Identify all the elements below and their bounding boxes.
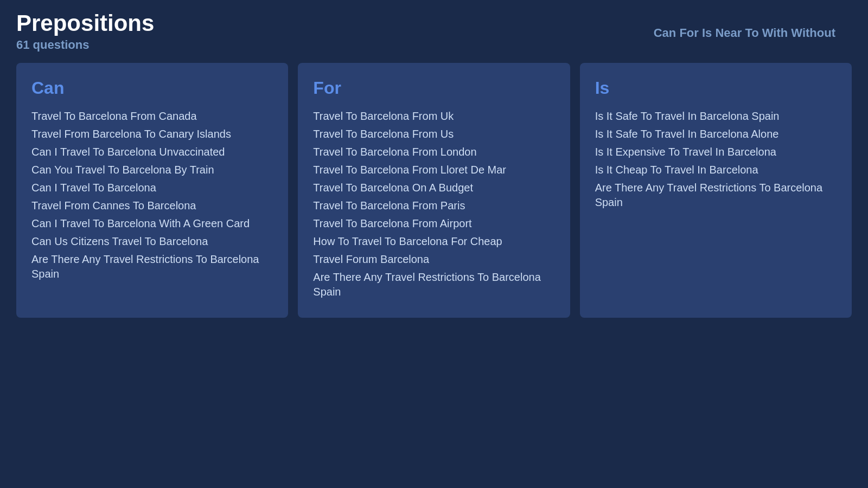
- column-header-for: For: [313, 78, 554, 98]
- list-item[interactable]: Travel To Barcelona From Paris: [313, 198, 554, 213]
- list-item[interactable]: How To Travel To Barcelona For Cheap: [313, 234, 554, 249]
- list-item[interactable]: Travel To Barcelona From Lloret De Mar: [313, 163, 554, 177]
- columns-container: CanTravel To Barcelona From CanadaTravel…: [16, 63, 852, 318]
- column-for: ForTravel To Barcelona From UkTravel To …: [298, 63, 570, 318]
- list-item[interactable]: Is It Expensive To Travel In Barcelona: [595, 145, 837, 159]
- list-item[interactable]: Are There Any Travel Restrictions To Bar…: [313, 270, 554, 299]
- list-item[interactable]: Can I Travel To Barcelona Unvaccinated: [31, 145, 273, 159]
- list-item[interactable]: Are There Any Travel Restrictions To Bar…: [31, 252, 273, 281]
- list-item[interactable]: Travel Forum Barcelona: [313, 252, 554, 267]
- list-item[interactable]: Travel From Cannes To Barcelona: [31, 198, 273, 213]
- question-count: 61 questions: [16, 38, 852, 52]
- column-is: IsIs It Safe To Travel In Barcelona Spai…: [580, 63, 852, 318]
- column-header-is: Is: [595, 78, 837, 98]
- list-item[interactable]: Travel To Barcelona From Airport: [313, 216, 554, 231]
- list-item[interactable]: Can You Travel To Barcelona By Train: [31, 163, 273, 177]
- column-can: CanTravel To Barcelona From CanadaTravel…: [16, 63, 288, 318]
- list-item[interactable]: Travel To Barcelona From London: [313, 145, 554, 159]
- column-header-can: Can: [31, 78, 273, 98]
- list-item[interactable]: Travel To Barcelona From Uk: [313, 109, 554, 124]
- list-item[interactable]: Can I Travel To Barcelona With A Green C…: [31, 216, 273, 231]
- item-list-for: Travel To Barcelona From UkTravel To Bar…: [313, 109, 554, 299]
- list-item[interactable]: Is It Safe To Travel In Barcelona Spain: [595, 109, 837, 124]
- list-item[interactable]: Are There Any Travel Restrictions To Bar…: [595, 181, 837, 210]
- list-item[interactable]: Travel To Barcelona From Us: [313, 127, 554, 142]
- item-list-is: Is It Safe To Travel In Barcelona SpainI…: [595, 109, 837, 210]
- list-item[interactable]: Travel From Barcelona To Canary Islands: [31, 127, 273, 142]
- list-item[interactable]: Is It Safe To Travel In Barcelona Alone: [595, 127, 837, 142]
- list-item[interactable]: Can I Travel To Barcelona: [31, 181, 273, 195]
- prepositions-nav[interactable]: Can For Is Near To With Without: [654, 26, 835, 40]
- list-item[interactable]: Can Us Citizens Travel To Barcelona: [31, 234, 273, 249]
- item-list-can: Travel To Barcelona From CanadaTravel Fr…: [31, 109, 273, 281]
- list-item[interactable]: Travel To Barcelona On A Budget: [313, 181, 554, 195]
- list-item[interactable]: Travel To Barcelona From Canada: [31, 109, 273, 124]
- list-item[interactable]: Is It Cheap To Travel In Barcelona: [595, 163, 837, 177]
